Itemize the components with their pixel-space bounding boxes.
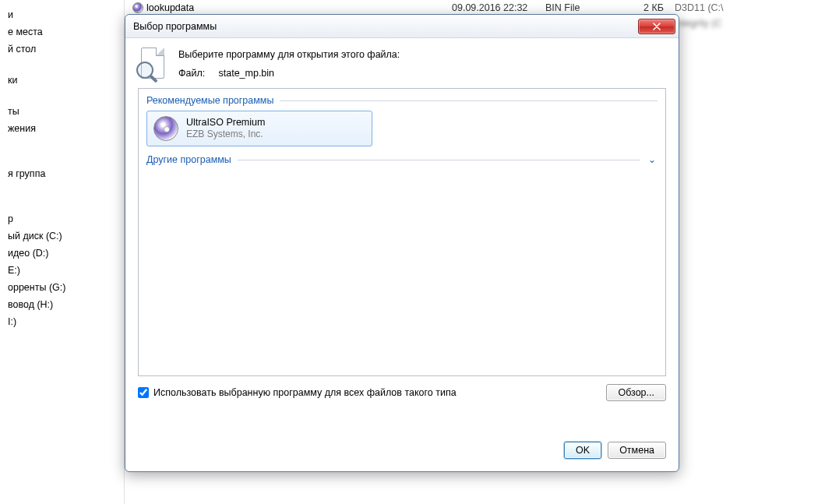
- close-button[interactable]: [638, 19, 675, 34]
- chevron-down-icon: ⌄: [647, 154, 658, 165]
- sidebar-item[interactable]: идео (D:): [0, 245, 124, 262]
- sidebar-item[interactable]: ки: [0, 72, 124, 89]
- open-with-dialog: Выбор программы Выберите программу для о…: [125, 14, 679, 472]
- sidebar-item[interactable]: орренты (G:): [0, 279, 124, 296]
- file-name-value: state_mp.bin: [218, 68, 274, 79]
- section-other[interactable]: Другие программы ⌄: [146, 154, 658, 165]
- file-path: integrity (C: [670, 18, 825, 29]
- program-item-ultraiso[interactable]: UltraISO Premium EZB Systems, Inc.: [146, 111, 372, 146]
- cancel-button[interactable]: Отмена: [608, 442, 666, 459]
- always-use-label[interactable]: Использовать выбранную программу для все…: [153, 387, 457, 398]
- sidebar-item[interactable]: е места: [0, 23, 124, 41]
- file-row[interactable]: lookupdata 09.09.2016 22:32 BIN File 2 К…: [125, 0, 825, 16]
- disc-icon: [132, 2, 143, 13]
- file-search-icon: [138, 48, 167, 83]
- file-path: D3D11 (C:\: [670, 2, 825, 13]
- sidebar-item[interactable]: й стол: [0, 41, 124, 58]
- file-date: 09.09.2016 22:32: [452, 2, 545, 13]
- ok-button[interactable]: OK: [564, 442, 601, 459]
- section-label: Рекомендуемые программы: [146, 95, 273, 106]
- sidebar-item[interactable]: E:): [0, 262, 124, 279]
- section-recommended: Рекомендуемые программы: [146, 95, 658, 106]
- disc-icon: [153, 116, 178, 141]
- sidebar-item[interactable]: ты: [0, 103, 124, 120]
- close-icon: [653, 23, 661, 30]
- nav-sidebar: и е места й стол ки ты жения я группа р …: [0, 0, 125, 504]
- file-size: 2 КБ: [631, 2, 670, 13]
- sidebar-item[interactable]: I:): [0, 313, 124, 330]
- sidebar-item[interactable]: я группа: [0, 165, 124, 182]
- dialog-title: Выбор программы: [133, 21, 638, 32]
- sidebar-item[interactable]: р: [0, 210, 124, 227]
- browse-button[interactable]: Обзор...: [606, 384, 666, 401]
- section-label: Другие программы: [146, 154, 231, 165]
- always-use-row: Использовать выбранную программу для все…: [138, 384, 666, 401]
- programs-box: Рекомендуемые программы UltraISO Premium…: [138, 88, 666, 376]
- file-name: lookupdata: [146, 2, 194, 13]
- program-name: UltraISO Premium: [186, 117, 265, 129]
- sidebar-item[interactable]: ый диск (C:): [0, 227, 124, 245]
- sidebar-item[interactable]: и: [0, 6, 124, 23]
- dialog-footer: OK Отмена: [138, 401, 666, 459]
- titlebar[interactable]: Выбор программы: [125, 15, 679, 38]
- program-vendor: EZB Systems, Inc.: [186, 129, 265, 139]
- dialog-file: Файл: state_mp.bin: [178, 68, 400, 79]
- dialog-body: Выберите программу для открытия этого фа…: [125, 38, 679, 471]
- sidebar-item[interactable]: жения: [0, 120, 124, 137]
- dialog-prompt: Выберите программу для открытия этого фа…: [178, 49, 400, 60]
- file-label: Файл:: [178, 68, 216, 79]
- file-type: BIN File: [545, 2, 631, 13]
- sidebar-item[interactable]: вовод (H:): [0, 296, 124, 313]
- always-use-checkbox[interactable]: [138, 387, 149, 398]
